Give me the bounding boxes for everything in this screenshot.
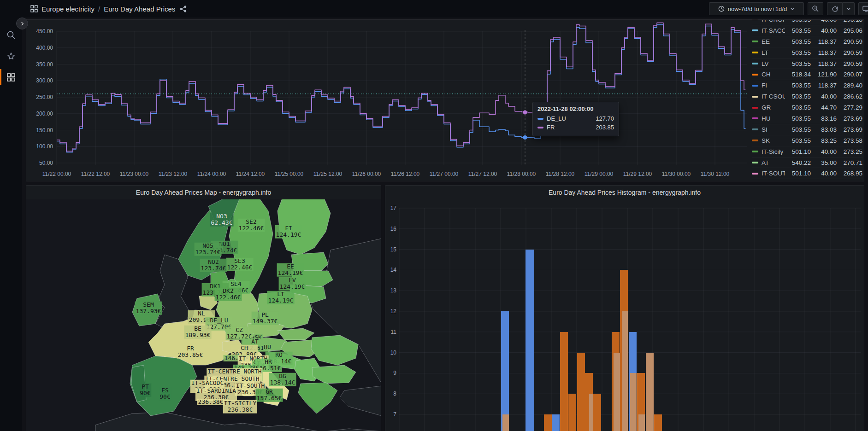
legend-series-swatch [752,29,758,31]
x-axis-tick-label: 11/22 12:00 [74,171,117,177]
legend-value: 35.00 [811,159,837,166]
legend-row[interactable]: SI503.5583.03273.69 [752,124,862,135]
legend-value: 83.25 [811,137,837,144]
breadcrumb-dashboard[interactable]: Euro Day Ahead Prices [104,5,175,13]
tooltip-series-label: FR [547,124,596,131]
time-range-label: now-7d/d to now+1d/d [728,6,787,12]
map-price-label: BE 189.93€ [184,326,212,339]
map-price-label: NO3 62.43€ [210,213,234,227]
y-axis-tick-label: 250.00 [29,94,53,100]
legend-row[interactable]: FI503.55118.37289.40 [752,80,862,91]
map-price-label: HU [263,344,272,350]
series-swatch [537,118,543,120]
legend-value: 40.00 [811,148,837,155]
x-axis-tick-label: 11/27 00:00 [423,171,465,177]
legend-value: 40.00 [811,19,837,23]
legend-series-swatch [752,52,758,53]
legend-series-name: IT-CSOUTH [762,93,785,100]
legend-row[interactable]: LV503.55118.37290.59 [752,58,862,70]
refresh-button[interactable] [827,2,843,15]
legend-series-swatch [752,173,758,175]
map-price-label: SEM 137.93€ [135,302,162,315]
legend-value: 40.00 [811,27,837,34]
histogram-bar [646,353,654,431]
y-axis-tick-label: 150.00 [29,127,53,134]
refresh-icon [832,6,838,12]
legend-series-name: SK [762,137,785,144]
map-price-label: FI 124.19€ [275,225,302,239]
legend-row[interactable]: EE503.55118.37290.59 [752,36,862,47]
histogram-bar [622,311,628,431]
legend-value: 501.10 [785,170,811,177]
map-label-layer: NO3 62.43€SE2 122.46€FI 124.19€NO1 123.7… [26,186,381,431]
legend-value: 289.40 [837,82,862,89]
share-icon[interactable] [180,6,187,12]
legend-value: 503.55 [785,126,811,133]
histogram-bar [552,414,560,431]
starred-icon[interactable] [0,47,22,65]
map-price-label: LV 124.19€ [279,277,306,291]
legend-value: 270.71 [837,159,862,166]
legend-row[interactable]: HU503.5583.16273.69 [752,113,862,124]
breadcrumb-folder[interactable]: Europe electricity [41,5,94,13]
map-price-label: NO5 123.74€ [195,243,222,256]
timeseries-legend: IT-CNORTH503.5540.00296.18IT-SACODC503.5… [752,19,862,179]
legend-value: 44.70 [811,104,837,111]
legend-row[interactable]: AT540.2235.00270.71 [752,157,862,169]
histogram-bar [614,353,620,431]
refresh-interval-dropdown[interactable] [843,2,855,15]
histogram-bar [630,373,637,431]
histogram-bar [577,353,585,431]
legend-value: 268.95 [837,170,862,177]
time-range-picker[interactable]: now-7d/d to now+1d/d [709,2,804,15]
legend-value: 273.58 [837,137,862,144]
legend-series-swatch [752,85,758,87]
legend-series-swatch [752,74,758,76]
legend-value: 540.22 [785,159,811,166]
map-price-label: PL 149.37€ [252,312,279,325]
legend-value: 83.16 [811,115,837,122]
histogram-plot [385,186,864,431]
legend-row[interactable]: CH518.34121.90290.07 [752,69,862,80]
legend-value: 503.55 [785,82,811,89]
legend-row[interactable]: IT-Sicily501.1040.00273.25 [752,146,862,157]
legend-series-name: AT [762,159,785,166]
x-axis-tick-label: 11/28 12:00 [539,171,581,177]
legend-row[interactable]: LT503.55118.37290.59 [752,47,862,58]
legend-series-swatch [752,63,758,64]
dashboards-grid-icon[interactable] [30,5,38,12]
tooltip-series-value: 203.85 [596,124,614,131]
map-price-label: SE3 122.46€ [226,258,254,271]
legend-series-name: EE [762,38,785,45]
legend-row[interactable]: IT-SACODC503.5540.00295.06 [752,25,862,36]
x-axis-tick-label: 11/25 12:00 [307,171,349,177]
legend-series-swatch [752,96,758,98]
monitor-icon [862,6,868,12]
legend-value: 83.03 [811,126,837,133]
legend-row[interactable]: IT-CSOUTH503.5540.00286.62 [752,91,862,102]
map-price-label: 236.38€ [197,399,224,405]
legend-value: 296.18 [837,19,862,23]
legend-value: 277.29 [837,104,862,111]
legend-value: 273.69 [837,126,862,133]
legend-value: 273.25 [837,148,862,155]
zoom-out-button[interactable] [808,2,823,15]
map-price-label: LT 124.19€ [267,291,295,304]
cycle-view-button[interactable] [858,2,868,15]
legend-series-name: LV [762,60,785,67]
legend-row[interactable]: IT-SOUTH501.1040.00268.95 [752,168,862,179]
legend-value: 503.55 [785,60,811,67]
histogram-bar [502,414,509,431]
legend-row[interactable]: GR503.5544.70277.29 [752,102,862,113]
legend-row[interactable]: IT-CNORTH503.5540.00296.18 [752,19,862,25]
legend-value: 503.55 [785,27,811,34]
legend-series-name: SI [762,126,785,133]
legend-series-name: CH [762,71,785,78]
legend-series-name: LT [762,49,785,56]
expand-sidebar-button[interactable] [16,17,28,29]
legend-row[interactable]: SK503.5583.25273.58 [752,135,862,146]
dashboards-nav-icon[interactable] [0,68,22,87]
map-price-label: FR 203.85€ [177,345,204,359]
tooltip-series-value: 127.70 [596,115,614,122]
tooltip-row: DE_LU 127.70 [537,115,614,122]
